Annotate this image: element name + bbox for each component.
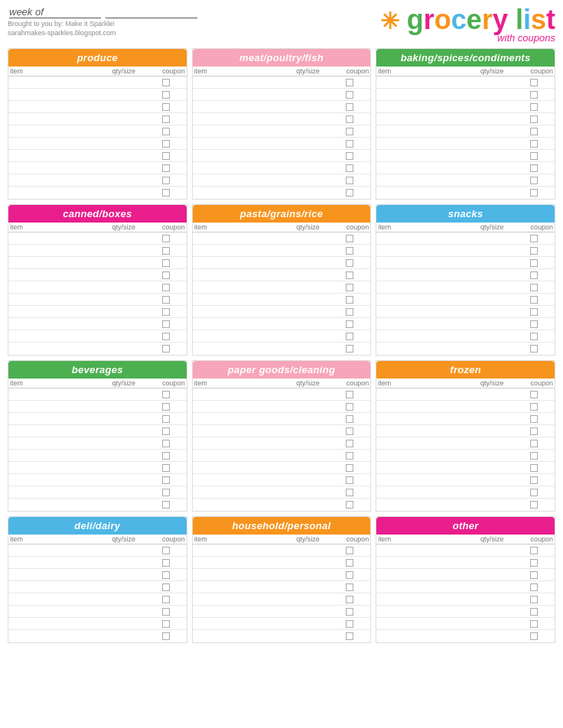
checkbox[interactable]	[346, 128, 353, 135]
checkbox[interactable]	[530, 140, 538, 148]
checkbox[interactable]	[530, 128, 538, 135]
checkbox[interactable]	[162, 296, 170, 304]
checkbox[interactable]	[162, 284, 170, 291]
checkbox[interactable]	[530, 489, 538, 496]
checkbox[interactable]	[530, 571, 538, 579]
checkbox[interactable]	[162, 632, 170, 640]
checkbox[interactable]	[346, 164, 353, 172]
checkbox[interactable]	[530, 547, 538, 554]
checkbox[interactable]	[530, 583, 538, 591]
checkbox[interactable]	[346, 403, 353, 411]
checkbox[interactable]	[530, 391, 538, 398]
checkbox[interactable]	[530, 559, 538, 567]
checkbox[interactable]	[162, 308, 170, 316]
checkbox[interactable]	[162, 571, 170, 579]
checkbox[interactable]	[530, 271, 538, 279]
checkbox[interactable]	[346, 259, 353, 267]
checkbox[interactable]	[530, 189, 538, 197]
checkbox[interactable]	[530, 259, 538, 267]
checkbox[interactable]	[530, 79, 538, 86]
checkbox[interactable]	[346, 415, 353, 423]
checkbox[interactable]	[530, 296, 538, 304]
checkbox[interactable]	[346, 391, 353, 398]
checkbox[interactable]	[162, 608, 170, 616]
checkbox[interactable]	[162, 259, 170, 267]
checkbox[interactable]	[346, 235, 353, 242]
checkbox[interactable]	[530, 452, 538, 460]
checkbox[interactable]	[530, 403, 538, 411]
checkbox[interactable]	[530, 620, 538, 628]
checkbox[interactable]	[530, 608, 538, 616]
checkbox[interactable]	[346, 596, 353, 603]
checkbox[interactable]	[346, 308, 353, 316]
checkbox[interactable]	[162, 128, 170, 135]
checkbox[interactable]	[530, 501, 538, 509]
checkbox[interactable]	[162, 415, 170, 423]
checkbox[interactable]	[162, 452, 170, 460]
checkbox[interactable]	[162, 501, 170, 509]
checkbox[interactable]	[346, 440, 353, 447]
checkbox[interactable]	[162, 464, 170, 472]
checkbox[interactable]	[346, 632, 353, 640]
checkbox[interactable]	[346, 103, 353, 111]
checkbox[interactable]	[346, 559, 353, 567]
checkbox[interactable]	[162, 403, 170, 411]
checkbox[interactable]	[162, 427, 170, 435]
checkbox[interactable]	[530, 427, 538, 435]
checkbox[interactable]	[346, 140, 353, 148]
checkbox[interactable]	[162, 91, 170, 99]
checkbox[interactable]	[162, 345, 170, 353]
checkbox[interactable]	[346, 345, 353, 353]
checkbox[interactable]	[346, 115, 353, 123]
checkbox[interactable]	[530, 152, 538, 160]
checkbox[interactable]	[346, 333, 353, 340]
checkbox[interactable]	[162, 140, 170, 148]
checkbox[interactable]	[530, 333, 538, 340]
checkbox[interactable]	[346, 284, 353, 291]
checkbox[interactable]	[530, 596, 538, 603]
checkbox[interactable]	[162, 440, 170, 447]
checkbox[interactable]	[346, 247, 353, 255]
checkbox[interactable]	[162, 115, 170, 123]
checkbox[interactable]	[346, 571, 353, 579]
checkbox[interactable]	[162, 189, 170, 197]
checkbox[interactable]	[530, 345, 538, 353]
checkbox[interactable]	[530, 320, 538, 328]
checkbox[interactable]	[346, 79, 353, 86]
checkbox[interactable]	[346, 177, 353, 184]
checkbox[interactable]	[346, 452, 353, 460]
checkbox[interactable]	[162, 391, 170, 398]
checkbox[interactable]	[346, 320, 353, 328]
checkbox[interactable]	[530, 103, 538, 111]
checkbox[interactable]	[530, 308, 538, 316]
checkbox[interactable]	[346, 608, 353, 616]
checkbox[interactable]	[530, 632, 538, 640]
checkbox[interactable]	[530, 177, 538, 184]
checkbox[interactable]	[162, 559, 170, 567]
checkbox[interactable]	[162, 247, 170, 255]
checkbox[interactable]	[162, 489, 170, 496]
checkbox[interactable]	[530, 476, 538, 484]
checkbox[interactable]	[162, 177, 170, 184]
checkbox[interactable]	[530, 415, 538, 423]
checkbox[interactable]	[162, 596, 170, 603]
checkbox[interactable]	[530, 284, 538, 291]
checkbox[interactable]	[346, 476, 353, 484]
checkbox[interactable]	[162, 476, 170, 484]
checkbox[interactable]	[346, 620, 353, 628]
checkbox[interactable]	[162, 152, 170, 160]
checkbox[interactable]	[346, 189, 353, 197]
checkbox[interactable]	[162, 235, 170, 242]
checkbox[interactable]	[162, 333, 170, 340]
checkbox[interactable]	[162, 164, 170, 172]
checkbox[interactable]	[162, 79, 170, 86]
checkbox[interactable]	[346, 489, 353, 496]
checkbox[interactable]	[162, 320, 170, 328]
checkbox[interactable]	[346, 91, 353, 99]
checkbox[interactable]	[530, 247, 538, 255]
checkbox[interactable]	[346, 296, 353, 304]
checkbox[interactable]	[346, 464, 353, 472]
checkbox[interactable]	[346, 583, 353, 591]
checkbox[interactable]	[162, 620, 170, 628]
checkbox[interactable]	[162, 271, 170, 279]
